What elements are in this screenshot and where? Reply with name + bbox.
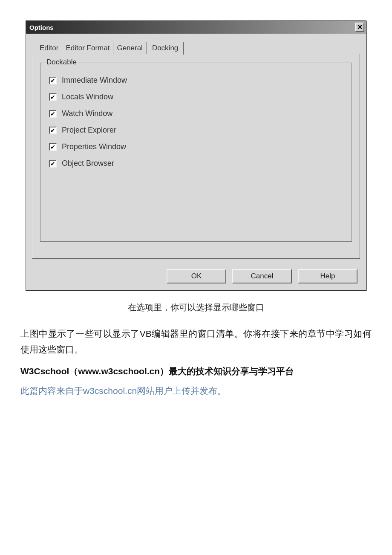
tab-editor-format[interactable]: Editor Format <box>62 42 113 54</box>
checkbox-icon[interactable]: ✔ <box>49 77 57 84</box>
groupbox-dockable: Dockable ✔ Immediate Window ✔ Locals Win… <box>40 63 352 242</box>
tab-editor[interactable]: Editor <box>36 42 62 54</box>
figure-caption: 在选项里，你可以选择显示哪些窗口 <box>20 302 372 313</box>
checkbox-row-locals-window[interactable]: ✔ Locals Window <box>49 92 345 101</box>
checkbox-row-properties-window[interactable]: ✔ Properties Window <box>49 142 345 151</box>
help-button[interactable]: Help <box>298 269 357 283</box>
checkbox-row-immediate-window[interactable]: ✔ Immediate Window <box>49 76 345 85</box>
groupbox-label: Dockable <box>45 58 78 66</box>
attribution-bold: W3Cschool（www.w3cschool.cn）最大的技术知识分享与学习平… <box>20 365 372 377</box>
checkbox-row-project-explorer[interactable]: ✔ Project Explorer <box>49 126 345 135</box>
dialog-body: Editor Editor Format General Docking Doc… <box>26 34 366 290</box>
ok-button[interactable]: OK <box>167 269 226 283</box>
tabstrip: Editor Editor Format General Docking <box>32 41 360 54</box>
dialog-button-row: OK Cancel Help <box>32 259 360 283</box>
checkbox-row-object-browser[interactable]: ✔ Object Browser <box>49 159 345 168</box>
checkbox-label: Watch Window <box>62 109 112 118</box>
body-paragraph: 上图中显示了一些可以显示了VB编辑器里的窗口清单。你将在接下来的章节中学习如何使… <box>20 326 372 358</box>
checkbox-label: Locals Window <box>62 92 113 101</box>
dialog-title: Options <box>29 24 54 31</box>
checkbox-icon[interactable]: ✔ <box>49 143 57 151</box>
tab-docking[interactable]: Docking <box>147 42 184 55</box>
tab-general[interactable]: General <box>113 42 146 54</box>
checkbox-row-watch-window[interactable]: ✔ Watch Window <box>49 109 345 118</box>
tab-panel-docking: Dockable ✔ Immediate Window ✔ Locals Win… <box>32 54 360 259</box>
checkbox-label: Project Explorer <box>62 126 116 135</box>
checkbox-icon[interactable]: ✔ <box>49 127 57 134</box>
titlebar: Options ✕ <box>26 21 366 34</box>
checkbox-label: Properties Window <box>62 142 126 151</box>
options-dialog: Options ✕ Editor Editor Format General D… <box>26 20 366 291</box>
cancel-button[interactable]: Cancel <box>232 269 292 283</box>
checkbox-icon[interactable]: ✔ <box>49 110 57 118</box>
checkbox-label: Object Browser <box>62 159 114 168</box>
checkbox-icon[interactable]: ✔ <box>49 160 57 168</box>
attribution-link: 此篇内容来自于w3cschool.cn网站用户上传并发布。 <box>20 385 372 397</box>
close-icon: ✕ <box>357 24 363 31</box>
checkbox-icon[interactable]: ✔ <box>49 93 57 101</box>
close-button[interactable]: ✕ <box>355 23 364 32</box>
checkbox-label: Immediate Window <box>62 76 127 85</box>
